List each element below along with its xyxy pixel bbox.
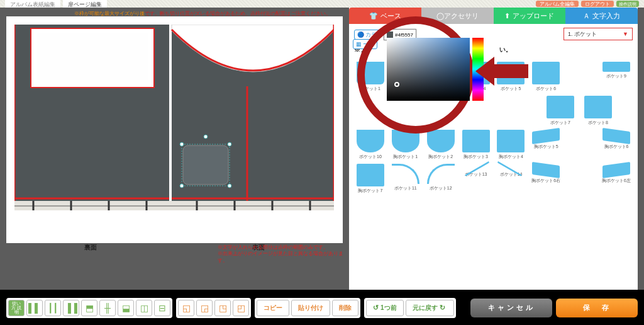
layer-forward-button[interactable]: ◲ — [196, 300, 213, 316]
color-picker-cursor[interactable] — [394, 82, 399, 87]
header-album-all-button[interactable]: アルバム全編集 — [536, 1, 579, 7]
howto-button[interactable]: 使い方 説明 — [8, 300, 25, 316]
align-left-button[interactable]: ▌▌ — [26, 300, 43, 316]
tab-accessory[interactable]: ◯アクセサリ — [421, 8, 494, 24]
swatch-chest6r[interactable]: 胸ポケット6右 — [530, 162, 562, 195]
swatch-chest2[interactable]: 胸ポケット2 — [425, 128, 457, 161]
save-button[interactable]: 保 存 — [556, 299, 638, 317]
tab-upload[interactable]: ⬆アップロード — [494, 8, 566, 24]
header-help-button[interactable]: 操作説明 — [616, 1, 639, 7]
swatch-pocket12[interactable]: ポケット12 — [425, 162, 457, 195]
align-center-v-button[interactable]: ╫ — [99, 300, 116, 316]
layer-front-button[interactable]: ◱ — [178, 300, 194, 316]
swatch-chest1[interactable]: 胸ポケット1 — [389, 128, 422, 161]
tutorial-arrow-icon — [475, 55, 528, 87]
ring-icon: ◯ — [436, 12, 444, 20]
swatch-pocket6[interactable]: ポケット6 — [530, 60, 562, 93]
redo-button[interactable]: 元に戻す↻ — [406, 300, 454, 316]
header-tab-album[interactable]: アルバム表紙編集 — [5, 0, 60, 8]
header-tab-page[interactable]: 扉ページ編集 — [63, 0, 107, 8]
undo-icon: ↺ — [373, 304, 379, 312]
chip-color[interactable]: 🔵カラ — [354, 30, 380, 40]
swatch-pocket10[interactable]: ポケット10 — [354, 128, 387, 161]
uniform-illustration — [14, 25, 334, 210]
category-dropdown[interactable]: 1. ポケット▼ — [564, 28, 633, 40]
swatch-chest3[interactable]: 胸ポケット3 — [460, 128, 492, 161]
shirt-icon: 👕 — [369, 12, 378, 20]
distribute-v-button[interactable]: ⊟ — [154, 300, 170, 316]
align-bottom-button[interactable]: ⬓ — [118, 300, 134, 316]
svg-point-14 — [228, 184, 231, 188]
align-center-h-button[interactable]: ┃┃ — [45, 300, 61, 316]
swatch-pocket9[interactable]: ポケット9 — [600, 60, 633, 93]
chip-pattern[interactable]: ▦ーン — [353, 39, 377, 49]
svg-point-13 — [180, 184, 184, 188]
swatch-chest7[interactable]: 胸ポケット7 — [354, 162, 387, 195]
canvas[interactable]: 裏面 表面 — [6, 16, 343, 243]
align-right-button[interactable]: ▐▐ — [63, 300, 79, 316]
swatch-pocket11[interactable]: ポケット11 — [389, 162, 422, 195]
swatch-pocket7[interactable]: ポケット7 — [543, 94, 578, 127]
distribute-h-button[interactable]: ◫ — [136, 300, 152, 316]
swatch-chest6[interactable]: 胸ポケット6 — [600, 128, 633, 161]
layer-back-button[interactable]: ◰ — [233, 300, 249, 316]
svg-rect-2 — [37, 33, 148, 80]
redo-icon: ↻ — [440, 304, 445, 312]
tab-base[interactable]: 👕ベース — [349, 8, 421, 24]
svg-point-15 — [204, 135, 208, 139]
bottom-toolbar: 使い方 説明 ▌▌ ┃┃ ▐▐ ⬒ ╫ ⬓ ◫ ⊟ ◱ ◲ ◳ ◰ コピー 貼り… — [0, 290, 644, 325]
paste-button[interactable]: 貼り付け — [291, 300, 330, 316]
upload-icon: ⬆ — [504, 12, 510, 20]
layer-backward-button[interactable]: ◳ — [214, 300, 231, 316]
swatch-chest5[interactable]: 胸ポケット5 — [530, 128, 562, 161]
swatch-pocket8[interactable]: ポケット8 — [580, 94, 616, 127]
delete-button[interactable]: 削除 — [332, 300, 358, 316]
header-logout-button[interactable]: ログアウト — [581, 1, 614, 7]
align-top-button[interactable]: ⬒ — [81, 300, 97, 316]
copy-button[interactable]: コピー — [257, 300, 289, 316]
svg-point-11 — [180, 142, 184, 146]
swatch-pocket1[interactable]: ポケット1 — [354, 60, 387, 93]
color-picker[interactable] — [387, 38, 487, 107]
text-icon: Ａ — [583, 11, 590, 21]
chevron-down-icon: ▼ — [623, 31, 628, 37]
label-back: 裏面 — [84, 243, 97, 252]
color-picker-sv[interactable] — [387, 38, 470, 101]
swatch-pocket14[interactable]: ポケット14 — [495, 162, 528, 195]
swatch-pocket13[interactable]: ポケット13 — [460, 162, 492, 195]
canvas-area: ※枠が可能な最大サイズがり後です。断ち切り位置がズレる場合があるため、赤枠付近の… — [0, 8, 349, 290]
svg-rect-9 — [183, 145, 228, 185]
cancel-button[interactable]: キャンセル — [470, 299, 552, 317]
canvas-notes: ※文字が入れられる部分は赤枠の範囲のみです。 ※出来上がりのイメージが見た目と異… — [218, 244, 349, 264]
swatch-chest4[interactable]: 胸ポケット4 — [495, 128, 528, 161]
tab-text[interactable]: Ａ文字入力 — [565, 8, 638, 24]
svg-marker-29 — [475, 57, 528, 86]
undo-button[interactable]: ↺1つ前 — [366, 300, 404, 316]
swatch-chest6l[interactable]: 胸ポケット6左 — [600, 162, 633, 195]
svg-point-12 — [228, 142, 231, 146]
